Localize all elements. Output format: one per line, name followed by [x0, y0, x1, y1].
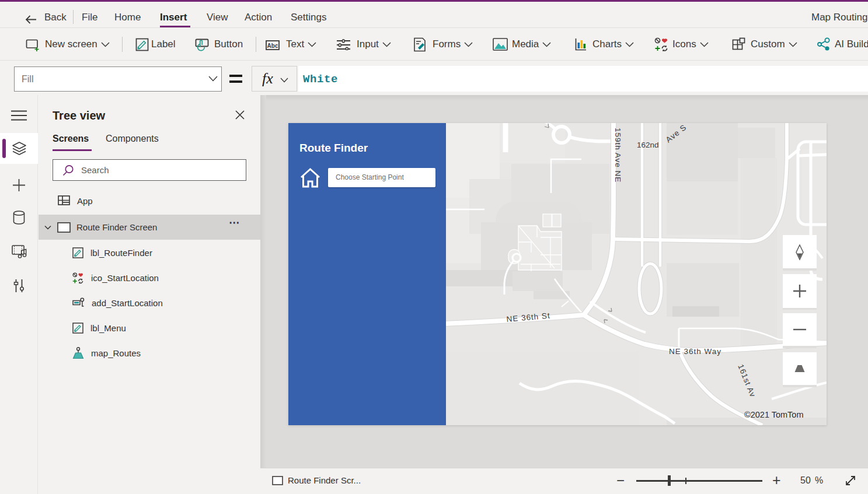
- svg-text:159th Ave NE: 159th Ave NE: [613, 128, 622, 183]
- svg-text:NE 36th Way: NE 36th Way: [669, 347, 721, 356]
- svg-text:162nd: 162nd: [637, 141, 659, 149]
- svg-text:©2021 TomTom: ©2021 TomTom: [744, 410, 804, 419]
- svg-text:Abc: Abc: [267, 42, 278, 48]
